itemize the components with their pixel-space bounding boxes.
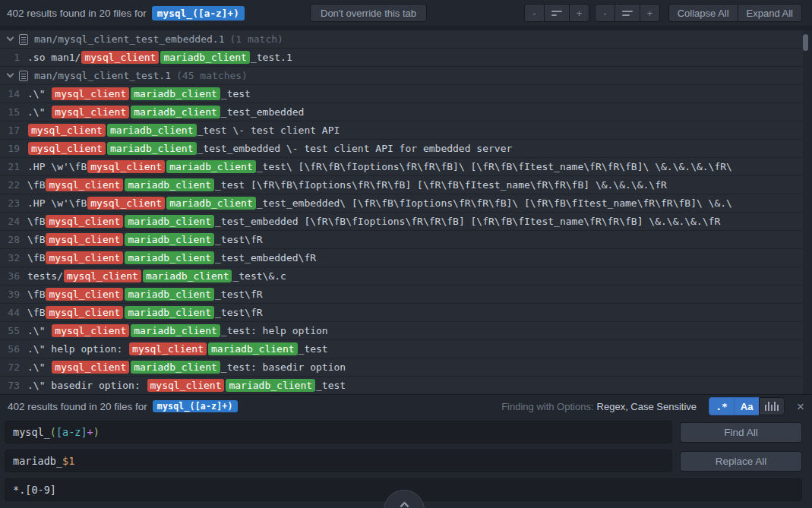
code-text: _test_embedded \- test client API for em… bbox=[197, 143, 513, 154]
added-match-badge: mariadb_client bbox=[125, 215, 214, 228]
find-input[interactable]: mysql_([a-z]+) bbox=[5, 421, 672, 443]
match-line-row[interactable]: 19mysql_clientmariadb_client_test_embedd… bbox=[0, 140, 803, 158]
code-text: \fB bbox=[27, 216, 45, 227]
match-line-row[interactable]: 15.\" mysql_clientmariadb_client_test_em… bbox=[0, 103, 803, 121]
options-label: Finding with Options: bbox=[501, 401, 593, 412]
chevron-down-icon bbox=[7, 71, 14, 78]
line-number: 19 bbox=[0, 140, 27, 157]
line-number: 23 bbox=[0, 194, 27, 212]
code-text: .so man1/ bbox=[27, 52, 81, 63]
code-text: .\" bbox=[27, 325, 51, 336]
search-option-toggles: .* Aa bbox=[709, 397, 785, 415]
context-after-decrease-button[interactable]: - bbox=[595, 4, 615, 22]
find-all-button[interactable]: Find All bbox=[680, 422, 802, 443]
line-text: .\" mysql_clientmariadb_client_test: bas… bbox=[27, 358, 346, 376]
match-line-row[interactable]: 24\fBmysql_clientmariadb_client_test_emb… bbox=[0, 213, 803, 231]
dont-override-tab-button[interactable]: Don't override this tab bbox=[310, 4, 427, 22]
file-icon bbox=[19, 34, 28, 45]
code-text: .\" help option: bbox=[27, 343, 128, 355]
code-text: \fB bbox=[27, 289, 45, 300]
collapse-expand-controls: Collapse All Expand All bbox=[668, 4, 802, 22]
match-line-row[interactable]: 21.HP \w'\fBmysql_clientmariadb_client_t… bbox=[0, 158, 803, 176]
case-sensitive-toggle-button[interactable]: Aa bbox=[734, 397, 760, 415]
line-text: .HP \w'\fBmysql_clientmariadb_client_tes… bbox=[27, 158, 732, 175]
match-line-row[interactable]: 22\fBmysql_clientmariadb_client_test [\f… bbox=[0, 176, 803, 194]
match-line-row[interactable]: 72.\" mysql_clientmariadb_client_test: b… bbox=[0, 358, 803, 377]
replace-all-button[interactable]: Replace All bbox=[680, 451, 802, 472]
input-token: ) bbox=[93, 426, 100, 438]
code-text: \fB bbox=[27, 307, 45, 318]
added-match-badge: mariadb_client bbox=[208, 342, 298, 355]
removed-match-badge: mysql_client bbox=[52, 361, 129, 374]
code-text: _test.1 bbox=[251, 52, 292, 63]
match-line-row[interactable]: 32\fBmysql_clientmariadb_client_test_emb… bbox=[0, 249, 803, 267]
file-result-header[interactable]: man/mysql_client_test_embedded.1(1 match… bbox=[0, 30, 803, 49]
in-selection-toggle-button[interactable] bbox=[759, 397, 785, 415]
context-before-decrease-button[interactable]: - bbox=[524, 4, 545, 22]
regex-toggle-button[interactable]: .* bbox=[709, 397, 735, 415]
context-after-controls: - + bbox=[595, 4, 660, 22]
match-line-row[interactable]: 73.\" basedir option: mysql_clientmariad… bbox=[0, 377, 803, 394]
match-line-row[interactable]: 28\fBmysql_clientmariadb_client_test\fR bbox=[0, 231, 803, 249]
removed-match-badge: mysql_client bbox=[87, 197, 165, 210]
line-text: \fBmysql_clientmariadb_client_test_embed… bbox=[27, 213, 720, 230]
removed-match-badge: mysql_client bbox=[28, 142, 106, 155]
added-match-badge: mariadb_client bbox=[143, 270, 232, 282]
code-text: \fB bbox=[27, 252, 45, 263]
file-icon bbox=[19, 71, 28, 81]
find-status-row: 402 results found in 20 files for mysql_… bbox=[0, 395, 812, 418]
match-line-row[interactable]: 56.\" help option: mysql_clientmariadb_c… bbox=[0, 340, 803, 358]
match-line-row[interactable]: 36tests/mysql_clientmariadb_client_test\… bbox=[0, 267, 803, 286]
line-number: 32 bbox=[0, 249, 27, 267]
match-line-row[interactable]: 17mysql_clientmariadb_client_test \- tes… bbox=[0, 121, 803, 140]
results-toolbar: 402 results found in 20 files for mysql_… bbox=[0, 0, 812, 26]
match-line-row[interactable]: 44\fBmysql_clientmariadb_client_test\fR bbox=[0, 304, 803, 322]
line-text: \fBmysql_clientmariadb_client_test\fR bbox=[27, 231, 263, 248]
match-line-row[interactable]: 14.\" mysql_clientmariadb_client_test bbox=[0, 85, 803, 103]
match-line-row[interactable]: 1.so man1/mysql_clientmariadb_client_tes… bbox=[0, 49, 803, 67]
results-list[interactable]: man/mysql_client_test_embedded.1(1 match… bbox=[0, 30, 812, 394]
code-text: _test\fR bbox=[215, 289, 263, 300]
code-text: _test bbox=[299, 343, 328, 355]
line-text: \fBmysql_clientmariadb_client_test_embed… bbox=[27, 249, 316, 267]
expand-all-button[interactable]: Expand All bbox=[738, 4, 802, 22]
removed-match-badge: mysql_client bbox=[46, 306, 123, 319]
code-text: _test \- test client API bbox=[197, 125, 340, 136]
added-match-badge: mariadb_client bbox=[160, 51, 250, 64]
added-match-badge: mariadb_client bbox=[125, 233, 214, 246]
context-before-increase-button[interactable]: + bbox=[569, 4, 589, 22]
context-after-increase-button[interactable]: + bbox=[640, 4, 660, 22]
match-line-row[interactable]: 39\fBmysql_clientmariadb_client_test\fR bbox=[0, 286, 803, 304]
replace-input[interactable]: mariadb_$1 bbox=[5, 450, 672, 472]
scrollbar-thumb[interactable] bbox=[803, 34, 808, 51]
input-token: mysql_ bbox=[13, 426, 50, 438]
context-before-icon-button[interactable] bbox=[544, 4, 570, 22]
file-result-header[interactable]: man/mysql_client_test.1(45 matches) bbox=[0, 67, 803, 85]
code-text: \fB bbox=[27, 234, 45, 245]
removed-match-badge: mysql_client bbox=[46, 215, 123, 228]
context-after-icon-button[interactable] bbox=[615, 4, 640, 22]
added-match-badge: mariadb_client bbox=[131, 87, 220, 100]
code-text: _test bbox=[221, 88, 251, 99]
line-number: 55 bbox=[0, 322, 27, 339]
line-number: 72 bbox=[0, 358, 27, 376]
search-pattern-badge: mysql_([a-z]+) bbox=[152, 6, 245, 21]
added-match-badge: mariadb_client bbox=[131, 361, 220, 374]
line-number: 22 bbox=[0, 176, 27, 194]
match-line-row[interactable]: 23.HP \w'\fBmysql_clientmariadb_client_t… bbox=[0, 194, 803, 213]
match-line-row[interactable]: 55.\" mysql_clientmariadb_client_test: h… bbox=[0, 322, 803, 340]
code-text: _test: basedir option bbox=[221, 361, 346, 373]
code-text: _test\fR bbox=[215, 307, 263, 318]
code-text: _test: help option bbox=[221, 325, 328, 336]
close-panel-icon[interactable]: × bbox=[797, 400, 804, 413]
code-text: .\" bbox=[27, 106, 51, 118]
line-text: .HP \w'\fBmysql_clientmariadb_client_tes… bbox=[27, 194, 732, 212]
file-path: man/mysql_client_test_embedded.1 bbox=[34, 30, 224, 48]
collapse-all-button[interactable]: Collapse All bbox=[668, 4, 738, 22]
removed-match-badge: mysql_client bbox=[147, 379, 225, 392]
line-number: 14 bbox=[0, 85, 27, 103]
code-text: \fB bbox=[27, 179, 45, 191]
options-value: Regex, Case Sensitive bbox=[597, 401, 697, 412]
line-number: 73 bbox=[0, 377, 27, 394]
removed-match-badge: mysql_client bbox=[129, 342, 207, 355]
